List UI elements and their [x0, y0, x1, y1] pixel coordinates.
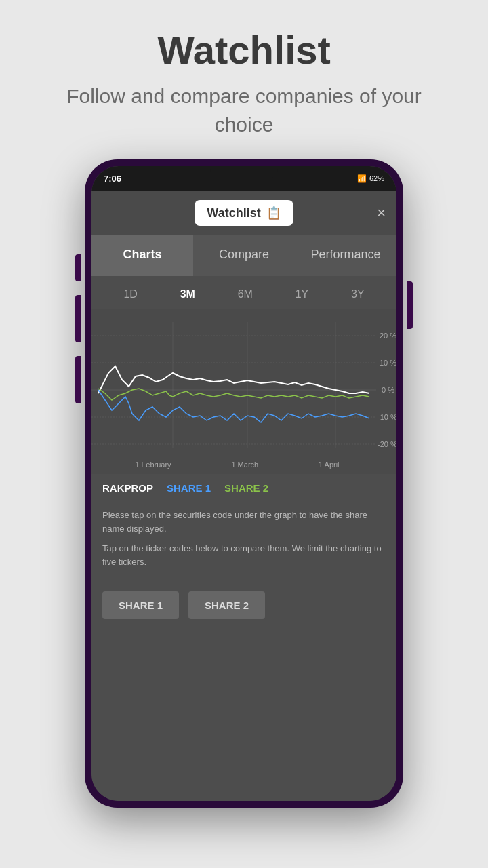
chart-date-3: 1 April — [319, 460, 340, 469]
status-bar: 7:06 📶 62% — [92, 166, 396, 191]
wifi-icon: 📶 — [357, 174, 367, 183]
chart-date-2: 1 March — [231, 460, 258, 469]
tab-charts[interactable]: Charts — [92, 235, 193, 276]
info-section: Please tap on the securities code under … — [92, 502, 396, 585]
phone-shell: 7:06 📶 62% Watchlist 📋 × Charts — [85, 159, 403, 808]
chart-svg: 20 % 10 % 0 % -10 % -20 % — [92, 315, 396, 451]
time-range-selector: 1D 3M 6M 1Y 3Y — [92, 276, 396, 309]
side-button-volume-up — [75, 254, 81, 281]
time-btn-1y[interactable]: 1Y — [290, 285, 314, 303]
status-time: 7:06 — [104, 174, 121, 184]
tab-performance[interactable]: Performance — [295, 235, 396, 276]
chart-area: 20 % 10 % 0 % -10 % -20 % — [92, 309, 396, 458]
time-btn-6m[interactable]: 6M — [232, 285, 258, 303]
legend-share1[interactable]: SHARE 1 — [167, 482, 211, 494]
app-content: Watchlist 📋 × Charts Compare Performance — [92, 191, 396, 801]
chart-legend: RAKPROP SHARE 1 SHARE 2 — [92, 474, 396, 502]
close-button[interactable]: × — [377, 204, 386, 222]
share1-button[interactable]: SHARE 1 — [102, 591, 179, 619]
chart-x-labels: 1 February 1 March 1 April — [92, 458, 396, 474]
page-title: Watchlist — [41, 27, 447, 73]
time-btn-3y[interactable]: 3Y — [346, 285, 370, 303]
side-button-volume-down — [75, 295, 81, 342]
svg-text:10 %: 10 % — [380, 359, 396, 367]
side-button-power — [407, 281, 413, 329]
notch — [210, 166, 278, 178]
info-text-1: Please tap on the securities code under … — [102, 509, 386, 535]
phone-inner: 7:06 📶 62% Watchlist 📋 × Charts — [92, 166, 396, 801]
tab-compare[interactable]: Compare — [193, 235, 295, 276]
page-header: Watchlist Follow and compare companies o… — [0, 0, 488, 159]
page-subtitle: Follow and compare companies of your cho… — [41, 82, 447, 139]
svg-text:0 %: 0 % — [382, 386, 394, 394]
watchlist-doc-icon: 📋 — [266, 205, 281, 220]
legend-rakprop[interactable]: RAKPROP — [102, 482, 153, 494]
info-text-2: Tap on the ticker codes below to compare… — [102, 542, 386, 568]
battery-icon: 62% — [369, 174, 384, 182]
status-icons: 📶 62% — [357, 174, 384, 183]
svg-text:-10 %: -10 % — [378, 413, 396, 421]
side-button-bixby — [75, 356, 81, 403]
legend-share2[interactable]: SHARE 2 — [224, 482, 268, 494]
svg-text:20 %: 20 % — [380, 332, 396, 340]
app-header: Watchlist 📋 × — [92, 191, 396, 235]
chart-date-1: 1 February — [135, 460, 171, 469]
watchlist-badge-text: Watchlist — [207, 206, 260, 220]
time-btn-1d[interactable]: 1D — [118, 285, 142, 303]
tab-bar: Charts Compare Performance — [92, 235, 396, 276]
share2-button[interactable]: SHARE 2 — [188, 591, 265, 619]
share-buttons-container: SHARE 1 SHARE 2 — [92, 585, 396, 639]
watchlist-badge: Watchlist 📋 — [195, 200, 293, 226]
svg-text:-20 %: -20 % — [378, 440, 396, 448]
time-btn-3m[interactable]: 3M — [175, 285, 201, 303]
